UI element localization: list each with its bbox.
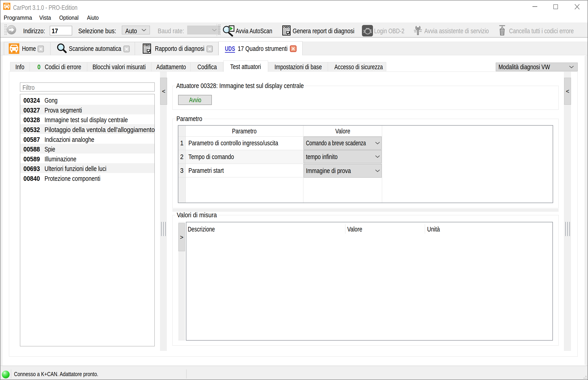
svg-text:OBD: OBD [144,44,150,47]
svg-text:OBD: OBD [283,26,290,29]
